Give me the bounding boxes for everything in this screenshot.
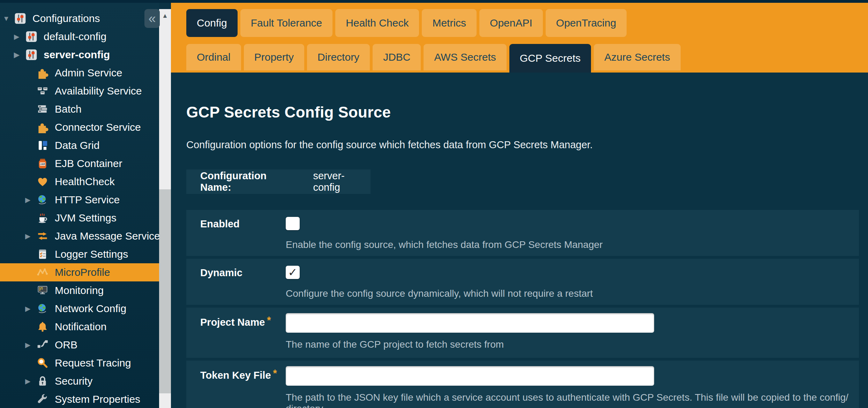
project-name-input[interactable] [286, 313, 654, 333]
sidebar-item-label: Network Config [55, 303, 126, 315]
configuration-name-panel: Configuration Name: server-config [186, 169, 371, 194]
caret-right-icon[interactable]: ▶ [14, 32, 25, 41]
batch-icon [36, 103, 49, 115]
sidebar-item-orb[interactable]: ▶ ORB [0, 336, 159, 354]
sidebar-item-label: Configurations [32, 13, 100, 24]
required-marker: * [273, 368, 277, 379]
sidebar-item-label: HealthCheck [55, 176, 115, 188]
sidebar-item-label: Admin Service [55, 67, 122, 79]
sidebar-item-label: System Properties [55, 393, 140, 405]
sidebar-item-healthcheck[interactable]: HealthCheck [0, 173, 159, 191]
tab-gcp-secrets[interactable]: GCP Secrets [509, 44, 591, 73]
field-row-dynamic: Dynamic ✓ Configure the config source dy… [186, 259, 859, 305]
tab-aws-secrets[interactable]: AWS Secrets [424, 44, 506, 70]
sliders-icon [14, 12, 27, 25]
field-label: Token Key File* [200, 366, 286, 381]
sidebar-item-connector-service[interactable]: Connector Service [0, 118, 159, 136]
sidebar-item-label: default-config [44, 31, 106, 43]
field-help-text: The path to the JSON key file which a se… [286, 392, 851, 408]
sidebar-item-logger-settings[interactable]: Logger Settings [0, 245, 159, 263]
arrows-icon [36, 230, 49, 242]
scroll-up-button[interactable]: ▲ [159, 9, 171, 22]
sidebar-item-monitoring[interactable]: Monitoring [0, 281, 159, 300]
caret-right-icon[interactable]: ▶ [25, 377, 36, 385]
caret-right-icon[interactable]: ▶ [25, 304, 36, 313]
sidebar-item-notification[interactable]: Notification [0, 318, 159, 336]
sidebar-collapse-button[interactable]: « [144, 9, 160, 28]
field-help-text: Enable the config source, which fetches … [286, 239, 851, 250]
globe-icon [36, 194, 49, 206]
puzzle-icon [36, 121, 49, 134]
sidebar-item-system-properties[interactable]: System Properties [0, 390, 159, 408]
tab-directory[interactable]: Directory [307, 44, 370, 70]
notepad-icon [36, 248, 49, 260]
token-key-file-input[interactable] [286, 366, 654, 386]
cable-icon [36, 339, 49, 351]
sidebar-item-label: JVM Settings [55, 212, 117, 224]
tab-health-check[interactable]: Health Check [335, 9, 419, 37]
sidebar-item-label: HTTP Service [55, 194, 120, 206]
sidebar-item-default-config[interactable]: ▶ default-config [0, 28, 159, 46]
form-rows: Enabled Enable the config source, which … [186, 210, 859, 408]
sidebar-item-network-config[interactable]: ▶ Network Config [0, 300, 159, 318]
sidebar-item-availability-service[interactable]: Availability Service [0, 82, 159, 100]
sidebar-item-microprofile[interactable]: MicroProfile [0, 263, 159, 281]
field-help-text: Configure the config source dynamically,… [286, 288, 851, 299]
page-body: GCP Secrets Config Source Configuration … [171, 103, 868, 408]
page-title: GCP Secrets Config Source [186, 103, 859, 121]
tab-metrics[interactable]: Metrics [422, 9, 477, 37]
enabled-checkbox[interactable] [286, 217, 300, 230]
sidebar-item-label: Availability Service [55, 85, 142, 97]
sidebar-item-jvm-settings[interactable]: JVM Settings [0, 209, 159, 227]
sidebar-scrollbar[interactable]: ▲ [159, 9, 171, 408]
configuration-name-label: Configuration Name: [200, 170, 298, 193]
sidebar-item-batch[interactable]: Batch [0, 100, 159, 118]
sidebar-item-ejb-container[interactable]: JAR EJB Container [0, 154, 159, 173]
puzzle-icon [36, 67, 49, 79]
sidebar-item-label: Security [55, 375, 92, 387]
lock-icon [36, 375, 49, 387]
svg-text:JAR: JAR [40, 163, 45, 166]
field-label: Dynamic [200, 266, 286, 279]
main-content: Config Fault Tolerance Health Check Metr… [171, 3, 868, 408]
dynamic-checkbox[interactable]: ✓ [286, 266, 300, 279]
field-row-token-key-file: Token Key File* The path to the JSON key… [186, 361, 859, 408]
sidebar-item-label: EJB Container [55, 158, 122, 169]
tab-fault-tolerance[interactable]: Fault Tolerance [240, 9, 333, 37]
caret-right-icon[interactable]: ▶ [25, 196, 36, 204]
field-label: Enabled [200, 217, 286, 230]
tab-property[interactable]: Property [244, 44, 304, 70]
tab-jdbc[interactable]: JDBC [373, 44, 421, 70]
sidebar-item-label: Notification [55, 321, 106, 333]
caret-down-icon[interactable]: ▼ [3, 15, 14, 23]
jar-icon: JAR [36, 157, 49, 170]
sidebar-item-java-message-service[interactable]: ▶ Java Message Service [0, 227, 159, 245]
tab-config[interactable]: Config [186, 9, 238, 37]
sidebar-item-label: Request Tracing [55, 357, 131, 369]
sidebar-item-data-grid[interactable]: Data Grid [0, 136, 159, 154]
magnifier-icon [36, 357, 49, 369]
sidebar-item-request-tracing[interactable]: Request Tracing [0, 354, 159, 372]
sliders-icon [25, 48, 38, 61]
tab-openapi[interactable]: OpenAPI [479, 9, 543, 37]
sidebar-item-server-config[interactable]: ▶ server-config [0, 46, 159, 64]
sliders-icon [25, 30, 38, 43]
sidebar-item-configurations[interactable]: ▼ Configurations [0, 9, 159, 28]
caret-right-icon[interactable]: ▶ [14, 51, 25, 59]
sidebar-item-http-service[interactable]: ▶ HTTP Service [0, 191, 159, 209]
scrollbar-thumb[interactable] [159, 189, 171, 393]
caret-right-icon[interactable]: ▶ [25, 232, 36, 240]
monitor-icon [36, 284, 49, 297]
sidebar-item-admin-service[interactable]: Admin Service [0, 64, 159, 82]
sidebar-item-label: server-config [44, 49, 110, 61]
caret-right-icon[interactable]: ▶ [25, 341, 36, 349]
data-grid-icon [36, 139, 49, 152]
sidebar-item-label: Logger Settings [55, 248, 128, 260]
sidebar-item-security[interactable]: ▶ Security [0, 372, 159, 390]
scroll-up-icon: ▲ [162, 12, 168, 20]
tab-ordinal[interactable]: Ordinal [186, 44, 241, 70]
tab-azure-secrets[interactable]: Azure Secrets [594, 44, 680, 70]
sidebar-item-label: ORB [55, 339, 77, 351]
required-marker: * [267, 315, 271, 326]
tab-opentracing[interactable]: OpenTracing [546, 9, 627, 37]
